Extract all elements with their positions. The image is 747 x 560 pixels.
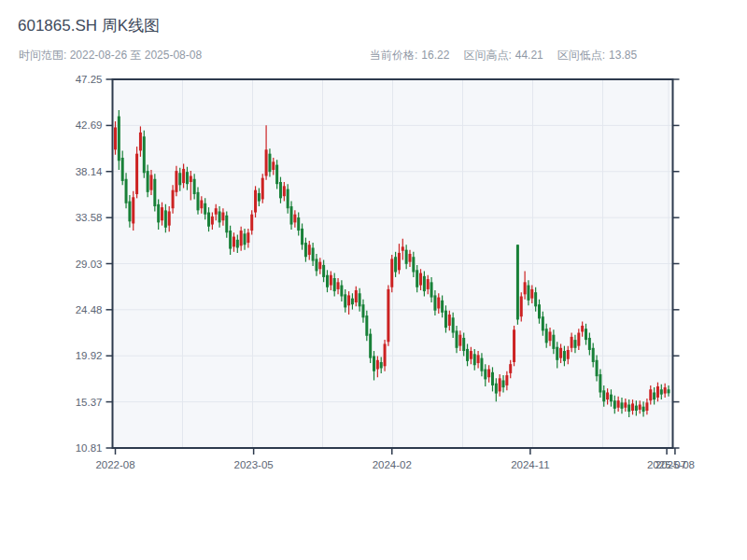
candle — [516, 245, 519, 325]
kline-chart: 47.2542.6938.1433.5829.0324.4819.9215.37… — [0, 0, 747, 560]
y-axis-tick-label: 24.48 — [76, 304, 103, 315]
candle — [143, 131, 146, 178]
candle — [513, 326, 515, 366]
y-axis-tick-label: 47.25 — [76, 74, 103, 85]
y-axis-tick-label: 10.81 — [76, 442, 103, 454]
candle — [153, 174, 156, 211]
y-axis-tick-label: 38.14 — [76, 166, 103, 177]
x-axis-tick-label: 2022-08 — [95, 459, 134, 470]
y-axis-tick-label: 19.92 — [76, 350, 103, 361]
candle — [390, 255, 393, 292]
candle — [261, 174, 264, 203]
x-axis-tick-label: 2024-11 — [511, 459, 549, 470]
x-axis-tick-label: 2024-02 — [373, 459, 412, 470]
y-axis-tick-label: 42.69 — [76, 119, 103, 131]
candle — [369, 329, 372, 363]
x-axis-tick-label: 2023-05 — [234, 459, 274, 470]
x-axis-tick-label: 2025-08 — [655, 459, 695, 470]
candle — [387, 286, 389, 346]
y-axis-tick-label: 29.03 — [76, 259, 103, 270]
x-axis: 2022-082023-052024-022024-112025-072025-… — [95, 448, 695, 470]
candle — [135, 147, 138, 198]
y-axis-tick-label: 15.37 — [76, 397, 103, 408]
y-axis-tick-label: 33.58 — [76, 212, 103, 223]
